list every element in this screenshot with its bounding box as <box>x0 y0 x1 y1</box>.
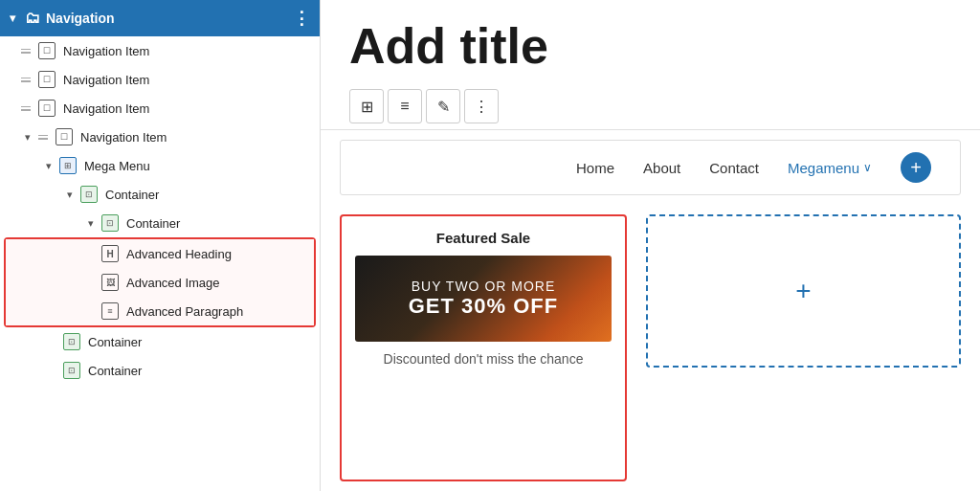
sidebar-item-container2[interactable]: ▾ ⊡ Container <box>0 209 320 237</box>
nav-item-icon: ☐ <box>38 100 56 117</box>
advanced-image-label: Advanced Image <box>126 276 220 290</box>
paragraph-icon: ≡ <box>101 302 119 320</box>
nav-link-megamenu[interactable]: Megamenu ∨ <box>788 160 872 176</box>
banner-line1: BUY TWO OR MORE <box>412 279 556 294</box>
nav-link-home[interactable]: Home <box>576 160 614 176</box>
align-icon: ≡ <box>400 98 409 115</box>
container3-label: Container <box>88 335 142 349</box>
nav-item-icon: ☐ <box>38 42 56 59</box>
banner-line2: GET 30% OFF <box>409 294 558 319</box>
drag-handle[interactable] <box>21 78 31 82</box>
add-block-button[interactable]: + <box>646 214 961 368</box>
sidebar-item-nav1[interactable]: ☐ Navigation Item <box>0 36 320 65</box>
sidebar-nav-icon: 🗂 <box>25 10 40 27</box>
sidebar-collapse-chevron[interactable]: ▾ <box>10 11 15 25</box>
content-area: Featured Sale BUY TWO OR MORE GET 30% OF… <box>321 205 980 491</box>
sale-banner: BUY TWO OR MORE GET 30% OFF <box>355 256 612 342</box>
sidebar-item-mega-menu[interactable]: ▾ ⊞ Mega Menu <box>0 151 320 180</box>
card-subtitle: Discounted don't miss the chance <box>355 351 612 367</box>
toolbar-grid-button[interactable]: ⊞ <box>349 89 384 123</box>
nav4-label: Navigation Item <box>80 130 167 145</box>
container-icon: ⊡ <box>80 186 98 203</box>
sidebar-title: Navigation <box>46 11 115 26</box>
nav-item-icon: ☐ <box>38 71 56 88</box>
block-toolbar: ⊞ ≡ ✎ ⋮ <box>321 83 980 130</box>
container-icon: ⊡ <box>63 333 80 350</box>
mega-menu-label: Mega Menu <box>84 159 150 173</box>
plus-icon: + <box>795 276 811 306</box>
container2-label: Container <box>126 216 180 231</box>
toolbar-more-button[interactable]: ⋮ <box>464 89 499 123</box>
nav-item-icon: ☐ <box>56 128 73 145</box>
main-content: Add title ⊞ ≡ ✎ ⋮ Home About Contact Meg… <box>321 0 980 491</box>
sidebar-item-advanced-heading[interactable]: H Advanced Heading <box>6 239 314 268</box>
image-icon: 🖼 <box>101 274 119 291</box>
container-icon: ⊡ <box>101 214 119 232</box>
toggle-cont1[interactable]: ▾ <box>63 189 77 201</box>
nav2-label: Navigation Item <box>63 73 149 87</box>
title-area: Add title <box>321 0 980 83</box>
more-icon: ⋮ <box>474 98 489 116</box>
sidebar-item-container1[interactable]: ▾ ⊡ Container <box>0 180 320 209</box>
advanced-heading-label: Advanced Heading <box>126 247 232 261</box>
grid-icon: ⊞ <box>361 98 373 116</box>
drag-handle[interactable] <box>38 135 48 140</box>
mega-menu-icon: ⊞ <box>59 157 77 174</box>
sidebar-more-icon[interactable]: ⋮ <box>293 8 310 29</box>
sidebar-header[interactable]: ▾ 🗂 Navigation ⋮ <box>0 0 320 36</box>
toolbar-edit-button[interactable]: ✎ <box>426 89 460 123</box>
sidebar-item-advanced-image[interactable]: 🖼 Advanced Image <box>6 268 314 297</box>
heading-icon: H <box>101 245 119 262</box>
container4-label: Container <box>88 364 142 378</box>
nav-link-contact[interactable]: Contact <box>709 160 759 176</box>
sidebar: ▾ 🗂 Navigation ⋮ ☐ Navigation Item ☐ Nav… <box>0 0 321 491</box>
sidebar-item-nav2[interactable]: ☐ Navigation Item <box>0 65 320 94</box>
container-icon: ⊡ <box>63 362 80 379</box>
featured-sale-card: Featured Sale BUY TWO OR MORE GET 30% OF… <box>340 214 627 481</box>
nav-preview-bar: Home About Contact Megamenu ∨ + <box>340 140 961 195</box>
sidebar-item-advanced-paragraph[interactable]: ≡ Advanced Paragraph <box>6 297 314 325</box>
nav-link-about[interactable]: About <box>643 160 680 176</box>
page-title[interactable]: Add title <box>349 19 951 74</box>
chevron-down-icon: ∨ <box>863 161 872 174</box>
advanced-paragraph-label: Advanced Paragraph <box>126 304 243 319</box>
sidebar-item-container4[interactable]: ⊡ Container <box>0 356 320 385</box>
pencil-icon: ✎ <box>437 98 450 116</box>
nav1-label: Navigation Item <box>63 44 149 58</box>
drag-handle[interactable] <box>21 49 31 54</box>
toggle-mega[interactable]: ▾ <box>42 160 56 172</box>
sidebar-item-nav4[interactable]: ▾ ☐ Navigation Item <box>0 123 320 151</box>
drag-handle[interactable] <box>21 106 31 111</box>
nav3-label: Navigation Item <box>63 101 149 116</box>
highlighted-items-group: H Advanced Heading 🖼 Advanced Image ≡ Ad… <box>4 237 316 327</box>
nav-add-button[interactable]: + <box>901 152 931 183</box>
sidebar-item-nav3[interactable]: ☐ Navigation Item <box>0 94 320 123</box>
toolbar-align-button[interactable]: ≡ <box>388 89 422 123</box>
container1-label: Container <box>105 188 159 202</box>
toggle-cont2[interactable]: ▾ <box>84 217 98 230</box>
sidebar-item-container3[interactable]: ⊡ Container <box>0 327 320 356</box>
featured-sale-title: Featured Sale <box>355 230 612 246</box>
toggle-nav4[interactable]: ▾ <box>21 131 34 144</box>
